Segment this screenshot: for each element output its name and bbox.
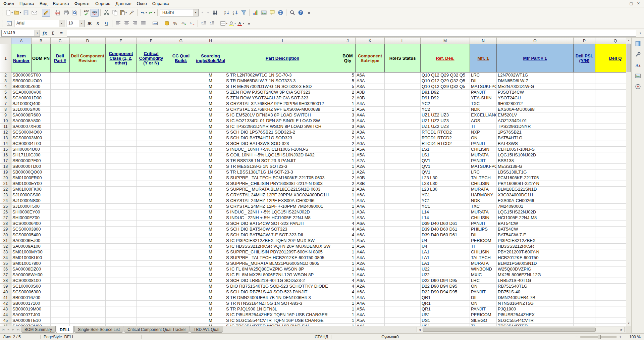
cell-G45[interactable] (166, 318, 196, 324)
cell-H17[interactable]: M (196, 158, 225, 164)
cell-Q31[interactable] (595, 238, 626, 244)
cell-F21[interactable] (137, 181, 166, 187)
cell-M24[interactable]: YC1 (421, 198, 470, 204)
cell-L15[interactable] (385, 147, 421, 152)
cell-M14[interactable]: RTCD1 RTCD2 (421, 141, 470, 147)
cell-K41[interactable]: A4A (356, 295, 385, 301)
cell-A26[interactable]: SHI0000EY00 (11, 209, 32, 215)
cell-G13[interactable] (166, 135, 196, 141)
cell-J6[interactable]: 2 (340, 95, 356, 101)
cell-E22[interactable] (106, 187, 137, 192)
column-header-J[interactable]: J (340, 38, 356, 44)
cell-D38[interactable] (70, 278, 106, 284)
cell-F26[interactable] (137, 209, 166, 215)
cell-A6[interactable]: SCA00001D00 (11, 95, 32, 101)
dropdown-arrow-icon[interactable]: ▾ (11, 11, 13, 14)
cell-N41[interactable]: DII (470, 295, 497, 301)
cell-J25[interactable]: 1 (340, 204, 356, 209)
cell-K16[interactable]: A5A (356, 152, 385, 158)
cell-F27[interactable] (137, 215, 166, 221)
borders-button[interactable]: ▾ (220, 19, 228, 28)
row-header-8[interactable]: 8 (0, 107, 11, 112)
cell-D40[interactable] (70, 289, 106, 295)
cell-D39[interactable] (70, 284, 106, 289)
cell-I38[interactable]: S SCH DIO LRB521S-40T1G SOD523-2 (225, 278, 340, 284)
cell-M27[interactable]: L14 (421, 215, 470, 221)
cell-L17[interactable] (385, 158, 421, 164)
cell-M39[interactable]: D22 D90 D94 D95 (421, 284, 470, 289)
cell-F33[interactable] (137, 249, 166, 255)
cell-N7[interactable]: TXC (470, 101, 497, 107)
cell-H25[interactable]: M (196, 204, 225, 209)
cell-H3[interactable]: M (196, 78, 225, 84)
cell-A29[interactable]: SCS00003800 (11, 227, 32, 232)
cell-Q22[interactable] (595, 187, 626, 192)
cell-H21[interactable]: M (196, 181, 225, 187)
cell-A33[interactable]: SM01000MY00 (11, 249, 32, 255)
cell-C36[interactable] (51, 266, 70, 272)
cell-A39[interactable]: SC100000S00 (11, 284, 32, 289)
cell-P6[interactable] (574, 95, 595, 101)
cell-O15[interactable]: CLH1005T-10NJ-S (497, 147, 574, 152)
cell-H5[interactable]: M (196, 90, 225, 95)
cell-E24[interactable] (106, 198, 137, 204)
decrease-indent-button[interactable] (208, 19, 216, 28)
cell-E10[interactable] (106, 118, 137, 124)
cell-M40[interactable]: D22 D90 D94 D95 (421, 289, 470, 295)
header-cell-Q[interactable]: Dell Q (595, 44, 626, 72)
cell-F37[interactable] (137, 272, 166, 278)
cell-N13[interactable]: ON (470, 135, 497, 141)
cell-Q24[interactable] (595, 198, 626, 204)
cell-J30[interactable]: 4 (340, 232, 356, 238)
cell-A19[interactable]: SB00000QO00 (11, 169, 32, 175)
cell-L3[interactable] (385, 78, 421, 84)
cell-M43[interactable]: QR1 (421, 306, 470, 312)
background-color-button[interactable]: ▾ (228, 19, 236, 28)
cell-D9[interactable] (70, 112, 106, 118)
cell-A27[interactable]: SHI0000FZ00 (11, 215, 32, 221)
cell-O25[interactable]: 7M24090001 (497, 204, 574, 209)
cell-N12[interactable]: NXP (470, 130, 497, 135)
cell-N42[interactable]: ON (470, 301, 497, 306)
cell-M42[interactable]: QR1 (421, 301, 470, 306)
cell-D31[interactable] (70, 238, 106, 244)
cell-I9[interactable]: S IC EM5201V DFN3X3 8P LOAD SWITCH (225, 112, 340, 118)
cell-L43[interactable] (385, 306, 421, 312)
cell-Q40[interactable] (595, 289, 626, 295)
cell-J24[interactable]: 1 (340, 198, 356, 204)
cell-Q17[interactable] (595, 158, 626, 164)
header-cell-C[interactable]: Dell Part # (51, 44, 70, 72)
cell-F30[interactable] (137, 232, 166, 238)
scroll-right-icon[interactable]: ▶ (619, 327, 624, 332)
cell-H20[interactable]: M (196, 175, 225, 181)
cell-G25[interactable] (166, 204, 196, 209)
cell-K32[interactable]: A5A (356, 244, 385, 249)
new-button[interactable]: ▾ (5, 9, 13, 17)
cell-D8[interactable] (70, 107, 106, 112)
vertical-scrollbar[interactable]: ▲ ▼ (626, 38, 631, 326)
cell-I6[interactable]: S ZEN ROW YSOT24CU 3P C/A SOT-323 (225, 95, 340, 101)
cell-J28[interactable]: 4 (340, 221, 356, 227)
cell-I18[interactable]: S TR MESS138-G 1N SOT23-3 (225, 164, 340, 169)
cell-A17[interactable]: SB00000PF00 (11, 158, 32, 164)
horizontal-scrollbar[interactable]: ◀ ▶ (417, 327, 625, 332)
cell-M12[interactable]: RTCD1 RTCD2 (421, 130, 470, 135)
cell-A3[interactable]: SB00000UO00 (11, 78, 32, 84)
cell-D24[interactable] (70, 198, 106, 204)
cell-F38[interactable] (137, 278, 166, 284)
cell-I27[interactable]: S INDUC_ 22NH +-5% HCI1005F-22NJ-M8 (225, 215, 340, 221)
cell-E5[interactable] (106, 90, 137, 95)
cell-M13[interactable]: RTCD1 RTCD2 (421, 135, 470, 141)
cell-I32[interactable]: S IC HD3SS3212RKSR VQFN 20P MUX/DEMUX SW (225, 244, 340, 249)
column-header-I[interactable]: I (225, 38, 340, 44)
cell-P9[interactable] (574, 112, 595, 118)
print-preview-button[interactable] (70, 9, 78, 17)
cell-G11[interactable] (166, 124, 196, 130)
cell-H16[interactable]: M (196, 152, 225, 158)
cell-F32[interactable] (137, 244, 166, 249)
cell-D33[interactable] (70, 249, 106, 255)
copy-button[interactable] (111, 9, 119, 17)
cell-A34[interactable]: SM01000KU00 (11, 255, 32, 261)
row-header-36[interactable]: 36 (0, 266, 11, 272)
cell-E31[interactable] (106, 238, 137, 244)
